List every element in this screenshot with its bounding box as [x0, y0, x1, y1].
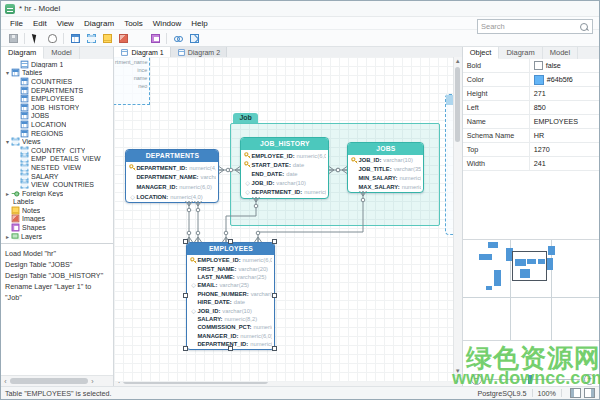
view-column-fragment: neo [114, 82, 149, 90]
minimap-table [494, 270, 501, 286]
sidebar-item-regions[interactable]: REGIONS [1, 129, 113, 138]
property-row-left[interactable]: Left850 [463, 101, 599, 115]
primary-key-icon [350, 157, 358, 164]
table-field: LAST_NAME:varchar(25) [189, 273, 272, 281]
field-type: numeric(4,0) [170, 194, 203, 200]
new-shape-button[interactable] [148, 32, 162, 45]
sidebar-item-diagram-1[interactable]: Diagram 1 [1, 60, 113, 69]
new-view-button[interactable] [84, 32, 98, 45]
canvas-tab-diagram-1[interactable]: Diagram 1 [114, 47, 170, 57]
selection-handle[interactable] [272, 239, 277, 244]
canvas-vertical-scrollbar[interactable]: ▲ ▼ [453, 57, 462, 375]
search-input[interactable]: Search [477, 19, 593, 34]
expand-arrow-icon[interactable]: ▸ [4, 233, 11, 240]
tab-diagram[interactable]: Diagram [1, 47, 44, 59]
sidebar-item-emp-details-view[interactable]: EMP_DETAILS_VIEW [1, 155, 113, 164]
sidebar-item-nested-view[interactable]: NESTED_VIEW [1, 163, 113, 172]
sidebar-item-employees[interactable]: EMPLOYEES [1, 94, 113, 103]
sidebar-item-departments[interactable]: DEPARTMENTS [1, 86, 113, 95]
property-row-height[interactable]: Height271 [463, 87, 599, 101]
new-foreign-key-button[interactable] [132, 32, 146, 45]
new-image-button[interactable] [116, 32, 130, 45]
partial-view-right[interactable]: empjob_mandeplocacoufirstlastsalacomdepj… [445, 94, 452, 235]
new-note-button[interactable] [100, 32, 114, 45]
expand-arrow-icon[interactable]: ▸ [4, 190, 11, 197]
menu-edit[interactable]: Edit [28, 19, 52, 28]
field-name: MAX_SALARY: [358, 184, 399, 190]
sidebar-item-shapes[interactable]: Shapes [1, 223, 113, 232]
layer-tab-job[interactable]: Job [233, 113, 257, 123]
sidebar-item-country-city[interactable]: COUNTRY_CITY [1, 146, 113, 155]
sidebar-item-view-countries[interactable]: VIEW_COUNTRIES [1, 180, 113, 189]
tab-diagram-props[interactable]: Diagram [499, 47, 542, 59]
diagram-canvas[interactable]: Jobrtment_nameincenameneoempjob_mandeplo… [114, 57, 452, 382]
er-table-employees[interactable]: EMPLOYEESEMPLOYEE_ID:numeric(6,0)FIRST_N… [186, 242, 275, 350]
sidebar-item-job-history[interactable]: JOB_HISTORY [1, 103, 113, 112]
tab-model-props[interactable]: Model [543, 47, 578, 59]
table-field: ◇EMAIL:varchar(25) [189, 281, 272, 289]
save-button[interactable] [6, 32, 20, 45]
pointer-button[interactable] [29, 32, 43, 45]
color-swatch[interactable] [534, 75, 544, 85]
sidebar-item-layers[interactable]: ▸Layers [1, 232, 113, 241]
toggle-left-panel-icon[interactable] [570, 388, 581, 398]
property-row-top[interactable]: Top1270 [463, 143, 599, 157]
toggle-right-panel-icon[interactable] [584, 388, 595, 398]
hand-button[interactable] [45, 32, 59, 45]
view-icon [21, 164, 29, 172]
checkbox-icon[interactable] [534, 61, 543, 70]
sidebar-item-notes[interactable]: Notes [1, 206, 113, 215]
sidebar-item-countries[interactable]: COUNTRIES [1, 77, 113, 86]
menu-diagram[interactable]: Diagram [79, 19, 119, 28]
selection-handle[interactable] [228, 346, 233, 351]
selection-handle[interactable] [183, 293, 188, 298]
sidebar-item-labels[interactable]: Labels [1, 198, 113, 207]
selection-handle[interactable] [183, 346, 188, 351]
field-name: DEPARTMENT_ID: [136, 165, 187, 171]
sidebar-item-foreign-keys[interactable]: ▸Foreign Keys [1, 189, 113, 198]
menu-file[interactable]: File [5, 19, 28, 28]
er-table-job_history[interactable]: JOB_HISTORYEMPLOYEE_ID:numeric(6,0)START… [240, 137, 329, 199]
property-row-name[interactable]: NameEMPLOYEES [463, 115, 599, 129]
menu-help[interactable]: Help [186, 19, 212, 28]
expand-arrow-icon[interactable]: ▾ [4, 69, 11, 76]
partial-view-top-left[interactable]: rtment_nameincenameneo [114, 57, 150, 105]
window-title: * hr - Model [19, 4, 60, 13]
sidebar-item-images[interactable]: Images [1, 215, 113, 224]
minimap-table [479, 254, 492, 260]
er-table-departments[interactable]: DEPARTMENTSDEPARTMENT_ID:numeric(4,0)DEP… [125, 149, 219, 203]
table-field: MANAGER_ID:numeric(6,0) [189, 332, 272, 340]
design-icon [190, 34, 199, 43]
left-panel-scrollbar[interactable]: ‹ › [1, 375, 113, 386]
canvas-tab-diagram-2[interactable]: Diagram 2 [171, 47, 227, 57]
selection-handle[interactable] [183, 239, 188, 244]
table-field: START_DATE:date [243, 160, 326, 169]
sidebar-item-jobs[interactable]: JOBS [1, 112, 113, 121]
tree-item-label: EMPLOYEES [31, 95, 74, 102]
property-row-width[interactable]: Width241 [463, 157, 599, 171]
expand-arrow-icon[interactable]: ▾ [4, 138, 11, 145]
selection-handle[interactable] [272, 293, 277, 298]
minimap-table [486, 286, 492, 290]
menu-window[interactable]: Window [148, 19, 186, 28]
overview-minimap[interactable] [463, 239, 599, 341]
new-table-button[interactable] [68, 32, 82, 45]
menu-view[interactable]: View [52, 19, 79, 28]
status-message: Table "EMPLOYEES" is selected. [5, 389, 112, 398]
tab-object[interactable]: Object [463, 47, 500, 59]
sidebar-item-salary[interactable]: SALARY [1, 172, 113, 181]
selection-handle[interactable] [272, 346, 277, 351]
tab-model[interactable]: Model [44, 47, 79, 59]
sidebar-item-tables[interactable]: ▾Tables [1, 69, 113, 78]
property-row-color[interactable]: Color#64b5f6 [463, 73, 599, 87]
menu-tools[interactable]: Tools [119, 19, 148, 28]
selection-handle[interactable] [228, 239, 233, 244]
design-button[interactable] [187, 32, 201, 45]
er-table-jobs[interactable]: JOBSJOB_ID:varchar(10)JOB_TITLE:varchar(… [347, 142, 424, 193]
property-row-bold[interactable]: Boldfalse [463, 59, 599, 73]
minimap-viewport[interactable] [512, 251, 547, 281]
property-row-schema-name[interactable]: Schema NameHR [463, 129, 599, 143]
sidebar-item-views[interactable]: ▾Views [1, 137, 113, 146]
sidebar-item-location[interactable]: LOCATION [1, 120, 113, 129]
glasses-button[interactable] [171, 32, 185, 45]
